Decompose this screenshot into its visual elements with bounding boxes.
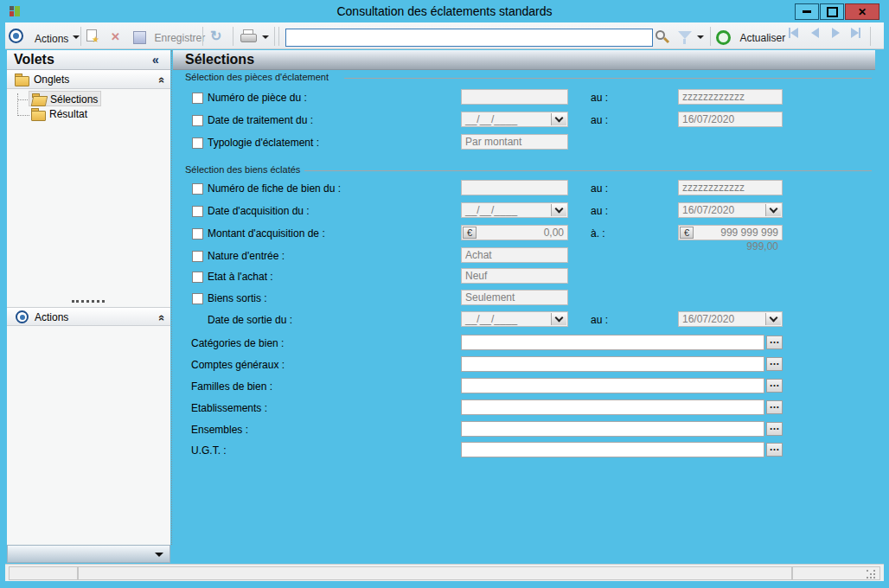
nature-entree-checkbox[interactable] <box>192 251 203 262</box>
group1-label: Sélection des pièces d'éclatement <box>185 72 329 82</box>
ensembles-field[interactable] <box>461 421 764 437</box>
status-cell-main <box>78 566 792 580</box>
delete-button: ✕ <box>111 29 120 44</box>
date-acquisition-au-dropdown[interactable] <box>765 204 781 216</box>
chevron-down-icon <box>770 314 778 323</box>
print-button[interactable] <box>240 29 256 43</box>
ugt-label: U.G.T. : <box>191 444 227 457</box>
nav-last-icon <box>859 28 860 38</box>
filter-dropdown-icon[interactable] <box>697 35 704 39</box>
status-cell-right <box>792 566 880 580</box>
maximize-button[interactable] <box>820 3 844 20</box>
comptes-browse-button[interactable]: … <box>766 357 783 371</box>
tree-item-selections[interactable]: Sélections <box>29 91 101 106</box>
etat-achat-field: Neuf <box>461 268 568 284</box>
main-header: Sélections <box>173 50 875 70</box>
numero-fiche-checkbox[interactable] <box>192 183 203 195</box>
nature-entree-label: Nature d'entrée : <box>208 250 285 262</box>
date-acquisition-au-field[interactable]: 16/07/2020 <box>678 202 783 218</box>
biens-sortis-label: Biens sortis : <box>208 292 267 304</box>
typologie-checkbox[interactable] <box>192 137 203 149</box>
categories-field[interactable] <box>461 335 764 350</box>
print-dropdown-icon[interactable] <box>262 35 269 39</box>
printer-icon <box>240 34 257 42</box>
minimize-button[interactable] <box>795 3 819 20</box>
etablissements-label: Etablissements : <box>191 402 267 414</box>
numero-piece-checkbox[interactable] <box>192 93 203 104</box>
main-title: Sélections <box>185 52 254 67</box>
date-acquisition-field[interactable]: __/__/____ <box>461 202 568 218</box>
euro-button[interactable]: € <box>680 227 694 239</box>
date-acquisition-checkbox[interactable] <box>192 206 203 217</box>
montant-checkbox[interactable] <box>192 228 203 240</box>
date-traitement-field[interactable]: __/__/____ <box>461 112 568 127</box>
sidebar-expand-bar[interactable] <box>7 545 170 563</box>
date-acquisition-dropdown[interactable] <box>551 204 566 216</box>
actions-menu-button[interactable]: Actions <box>35 30 68 46</box>
actions-target-icon <box>9 29 23 43</box>
window-border-bottom <box>0 581 889 588</box>
comptes-field[interactable] <box>461 356 764 372</box>
onglets-collapse-icon[interactable]: « <box>156 77 169 83</box>
sidebar-collapse-button[interactable]: « <box>152 53 159 67</box>
resize-grip[interactable] <box>867 570 868 572</box>
new-button[interactable]: ★ <box>86 29 97 42</box>
numero-piece-au-field: zzzzzzzzzzzz <box>678 89 783 105</box>
actions-collapse-icon[interactable]: « <box>156 315 169 321</box>
chevron-down-icon <box>555 114 564 123</box>
date-traitement-dropdown[interactable] <box>551 113 566 125</box>
etablissements-field[interactable] <box>461 399 764 415</box>
tree-connector <box>17 115 29 116</box>
search-input[interactable] <box>285 29 653 47</box>
date-traitement-checkbox[interactable] <box>192 115 203 126</box>
filter-icon <box>678 31 692 39</box>
group1-line <box>344 78 872 79</box>
actions-dropdown-icon <box>73 35 80 39</box>
sidebar-header: Volets « <box>7 50 170 70</box>
biens-sortis-checkbox[interactable] <box>192 293 203 304</box>
etat-achat-checkbox[interactable] <box>192 272 203 283</box>
close-button[interactable]: ✕ <box>845 3 879 20</box>
familles-browse-button[interactable]: … <box>766 379 783 393</box>
nav-next-icon <box>832 28 840 38</box>
window-title: Consultation des éclatements standards <box>0 4 889 18</box>
search-button[interactable] <box>656 30 671 46</box>
save-button: Enregistrer <box>133 29 205 45</box>
onglets-section-header[interactable]: Onglets « <box>7 70 170 89</box>
ugt-field[interactable] <box>461 442 764 457</box>
filter-button[interactable] <box>678 31 692 44</box>
familles-field[interactable] <box>461 378 764 393</box>
nav-last-button <box>851 28 860 38</box>
nature-entree-field: Achat <box>461 247 568 263</box>
etat-achat-label: Etat à l'achat : <box>208 271 273 283</box>
ugt-browse-button[interactable]: … <box>766 443 783 457</box>
categories-browse-button[interactable]: … <box>766 336 783 349</box>
typologie-label: Typologie d'éclatement : <box>208 137 319 149</box>
folder-icon <box>15 74 29 86</box>
actions-menu-label: Actions <box>35 33 68 45</box>
nav-previous-button <box>811 28 819 38</box>
actualiser-label: Actualiser <box>739 32 785 44</box>
ensembles-browse-button[interactable]: … <box>766 422 783 436</box>
maximize-icon <box>827 7 838 17</box>
group2-label: Sélection des biens éclatés <box>185 164 300 175</box>
status-bar <box>5 564 884 581</box>
date-sortie-au-field[interactable]: 16/07/2020 <box>678 311 783 327</box>
sidebar-splitter-handle[interactable] <box>72 300 105 303</box>
date-sortie-au-label: au : <box>591 314 608 326</box>
panel-splitter[interactable] <box>171 50 172 545</box>
save-label: Enregistrer <box>154 32 205 44</box>
montant-field: € 0,00 <box>461 225 568 240</box>
euro-button[interactable]: € <box>463 227 476 239</box>
actualiser-button[interactable]: Actualiser <box>716 29 785 45</box>
nav-first-button <box>789 28 798 38</box>
numero-fiche-field <box>461 180 568 195</box>
title-bar: Consultation des éclatements standards ✕ <box>0 0 889 22</box>
date-sortie-au-dropdown[interactable] <box>765 313 781 325</box>
onglets-section-label: Onglets <box>34 74 69 86</box>
numero-piece-field <box>461 89 568 105</box>
comptes-label: Comptes généraux : <box>191 359 285 371</box>
tree-item-resultat[interactable]: Résultat <box>29 106 101 122</box>
actions-section-header[interactable]: Actions « <box>7 307 170 326</box>
etablissements-browse-button[interactable]: … <box>766 400 783 414</box>
